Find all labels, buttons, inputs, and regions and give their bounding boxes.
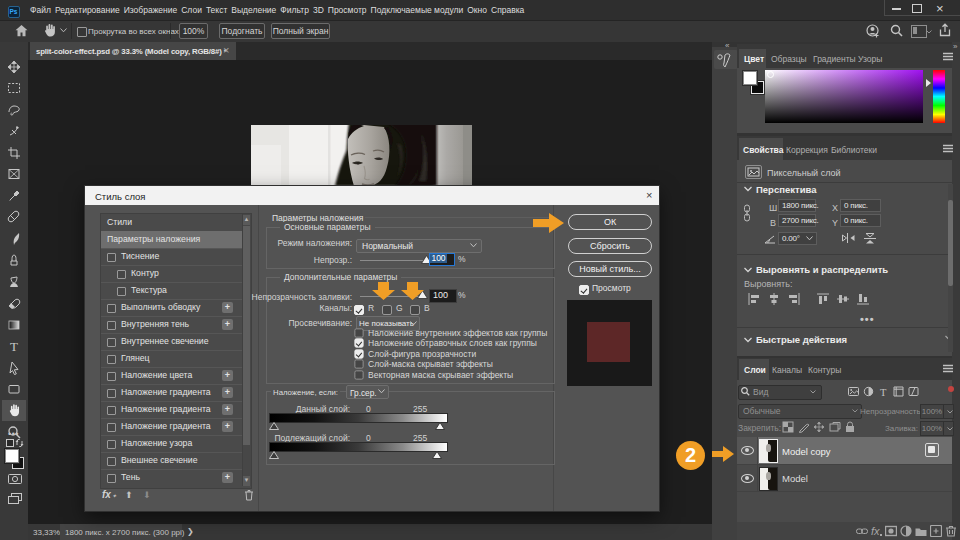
svg-text:T: T [880,387,887,398]
svg-text:fx: fx [871,525,880,537]
svg-text:T: T [10,339,18,353]
